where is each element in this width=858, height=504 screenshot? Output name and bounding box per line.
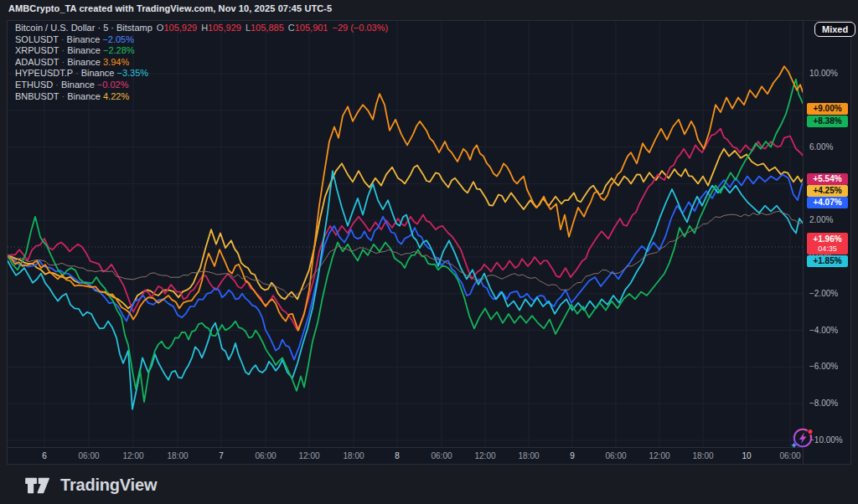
legend-exchange: Binance [81,68,117,78]
series-line-hypeusdtp [8,171,803,409]
ohlc-value: 105,885 [251,23,284,33]
price-axis-label: 6.00% [809,142,833,152]
tradingview-logo-icon [25,477,52,494]
ohlc-value: 105,901 [295,23,328,33]
legend-exchange: Binance [67,34,103,44]
legend-exchange: Binance [67,45,103,55]
tradingview-screenshot: { "header": { "attribution": "AMBCrypto_… [0,0,858,504]
price-axis-label: −6.00% [809,362,838,372]
time-axis-label: 12:00 [298,451,319,460]
legend-separator: · [75,68,81,78]
legend-symbol-title: Bitcoin / U.S. Dollar · 5 · Bitstamp [15,23,152,33]
legend-change-value: 3.94% [103,57,129,67]
legend-exchange: Binance [67,91,103,101]
time-axis-label: 06:00 [605,451,626,460]
legend-change-value: −2.05% [102,34,134,44]
legend-symbol: ETHUSD [15,80,55,90]
price-axis-label: −2.00% [809,289,838,299]
attribution-bar: AMBCrypto_TA created with TradingView.co… [0,0,858,20]
mixed-scale-button[interactable]: Mixed [814,22,855,37]
time-axis-label: 18:00 [518,451,539,460]
flash-promo-icon[interactable] [789,424,816,451]
last-price-label: +9.00% [807,103,848,115]
legend-change-value: −2.28% [103,45,135,55]
time-axis-day-label: 6 [42,451,47,460]
legend-separator: · [61,34,67,44]
attribution-text: AMBCrypto_TA created with TradingView.co… [8,3,332,13]
price-axis-label: −4.00% [809,326,838,336]
legend-row-adausdt[interactable]: ADAUSDT · Binance 3.94% [15,57,388,69]
price-axis-label: 2.00% [809,215,833,225]
legend-symbol: SOLUSDT [15,34,61,44]
legend-change-value: 4.22% [103,91,129,101]
price-change: −29 (−0.03%) [332,23,388,33]
footer-bar: TradingView [0,465,858,504]
countdown-timer: 04:35 [807,244,848,254]
time-axis-label: 06:00 [78,451,99,460]
series-line-ethusd [8,129,803,331]
chart-widget: Bitcoin / U.S. Dollar · 5 · BitstampO105… [7,20,851,465]
legend-row-btcusd[interactable]: Bitcoin / U.S. Dollar · 5 · BitstampO105… [15,23,388,34]
time-axis-day-label: 8 [395,451,400,460]
legend-row-bnbusdt[interactable]: BNBUSDT · Binance 4.22% [15,91,388,103]
series-line-adausdt [8,66,803,330]
time-axis-day-label: 10 [742,451,751,460]
last-price-label: +5.54% [807,173,848,185]
time-axis[interactable]: 606:0012:0018:00706:0012:0018:00806:0012… [8,447,803,464]
legend-symbol: ADAUSDT [15,57,61,67]
legend-symbol: XRPUSDT [15,45,61,55]
price-axis-label: −8.00% [809,399,838,409]
ohlc-value: 105,929 [163,23,197,33]
legend-symbol: BNBUSDT [15,91,61,101]
lightning-icon [789,424,816,451]
time-axis-label: 12:00 [122,451,143,460]
legend-change-value: −3.35% [116,68,148,78]
time-axis-label: 06:00 [779,451,800,460]
time-axis-day-label: 9 [570,451,575,460]
last-price-label: +1.96%04:35 [807,233,848,255]
price-axis[interactable]: 10.00%8.00%6.00%4.00%2.00%0.00%−2.00%−4.… [803,21,850,464]
last-price-label: +8.38% [807,116,848,127]
legend-symbol: HYPEUSDT.P [15,68,75,78]
time-axis-label: 12:00 [649,451,669,460]
time-axis-label: 18:00 [692,451,713,460]
chart-legend: Bitcoin / U.S. Dollar · 5 · BitstampO105… [15,23,388,102]
time-axis-label: 18:00 [167,451,188,460]
time-axis-label: 06:00 [255,451,276,460]
legend-row-ethusd[interactable]: ETHUSD · Binance −0.02% [15,80,388,91]
last-price-label: +4.07% [807,197,848,208]
time-axis-label: 12:00 [474,451,495,460]
last-price-label: +4.25% [807,185,848,197]
ohlc-letter: H [201,23,208,33]
legend-change-value: −0.02% [97,80,129,90]
time-axis-label: 18:00 [343,451,364,460]
legend-row-solusdt[interactable]: SOLUSDT · Binance −2.05% [15,34,388,46]
series-line-bnbusdt [8,149,803,308]
legend-row-hypeusdtp[interactable]: HYPEUSDT.P · Binance −3.35% [15,68,388,80]
legend-exchange: Binance [67,57,103,67]
ohlc-value: 105,929 [208,23,241,33]
tradingview-wordmark: TradingView [60,476,157,495]
tradingview-brand[interactable]: TradingView [25,476,157,495]
ohlc-letter: C [288,23,295,33]
time-axis-label: 06:00 [431,451,452,460]
time-axis-day-label: 7 [219,451,224,460]
legend-separator: · [55,80,61,90]
price-axis-label: 10.00% [809,69,838,79]
last-price-label: +1.85% [807,255,848,267]
legend-row-xrpusdt[interactable]: XRPUSDT · Binance −2.28% [15,45,388,57]
legend-exchange: Binance [61,80,97,90]
